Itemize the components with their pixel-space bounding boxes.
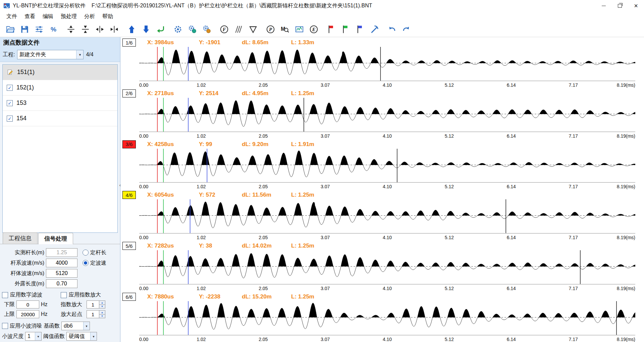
chart-index-label[interactable]: 3/6 xyxy=(122,140,136,148)
exp-factor-input[interactable] xyxy=(87,300,99,309)
search-m-button[interactable]: M xyxy=(279,23,291,35)
spin-down-icon[interactable]: ▼ xyxy=(99,315,105,318)
file-checkbox[interactable] xyxy=(7,100,13,106)
axis-tick: 6.14 xyxy=(507,184,516,189)
hatch-filter-button[interactable] xyxy=(232,23,245,35)
chart-index-label[interactable]: 5/6 xyxy=(122,242,136,250)
body-speed-input[interactable] xyxy=(46,269,77,278)
preview-chart-button[interactable] xyxy=(293,23,305,35)
gain-start-spinner[interactable]: ▲▼ xyxy=(87,310,105,318)
restore-button[interactable] xyxy=(612,0,628,11)
tab-project-info[interactable]: 工程信息 xyxy=(3,232,38,244)
process-batch-button[interactable] xyxy=(186,23,198,35)
dropdown-arrow-icon[interactable]: ▾ xyxy=(76,50,83,59)
open-file-button[interactable] xyxy=(4,23,16,35)
project-select[interactable]: 新建文件夹 ▾ xyxy=(17,50,84,59)
file-row-153[interactable]: 153 xyxy=(3,95,117,111)
exposed-length-input[interactable] xyxy=(46,279,77,288)
chart-block-1: 1/6X: 3984usY: -1901dL: 8.65mL: 1.33m 0.… xyxy=(120,38,644,89)
file-row-152[interactable]: 152(1) xyxy=(3,80,117,95)
depth-tool-button[interactable] xyxy=(368,23,380,35)
lower-limit-input[interactable] xyxy=(16,300,39,309)
waveform-plot[interactable] xyxy=(139,199,635,233)
dropdown-arrow-icon[interactable]: ▾ xyxy=(35,332,41,340)
cursor-green-button[interactable] xyxy=(339,23,352,35)
digital-filter-checkbox[interactable] xyxy=(2,292,8,298)
nabla-button[interactable] xyxy=(247,23,259,35)
lower-limit-label: 下限 xyxy=(2,301,15,308)
menu-analyze[interactable]: 分析 xyxy=(80,12,99,21)
file-checkbox[interactable] xyxy=(7,116,13,122)
cursor-red-button[interactable] xyxy=(325,23,337,35)
axis-tick: 1.02 xyxy=(197,286,206,291)
process-all-button[interactable] xyxy=(201,23,213,35)
time-axis: 0.001.022.053.074.105.126.147.178.19(ms) xyxy=(139,132,635,140)
waveform-plot[interactable] xyxy=(139,250,635,284)
system-speed-input[interactable] xyxy=(46,259,77,267)
revert-button[interactable] xyxy=(154,23,166,35)
wavelet-scale-select[interactable]: 1 ▾ xyxy=(25,332,42,341)
spin-up-icon[interactable]: ▲ xyxy=(99,301,105,305)
menu-file[interactable]: 文件 xyxy=(3,12,21,21)
axis-tick: 6.14 xyxy=(507,337,516,342)
menu-view[interactable]: 查看 xyxy=(21,12,39,21)
shift-down-button[interactable] xyxy=(140,23,152,35)
cursor-blue-button[interactable] xyxy=(354,23,366,35)
menu-help[interactable]: 帮助 xyxy=(99,12,117,21)
menu-edit[interactable]: 编辑 xyxy=(39,12,57,21)
chart-index-label[interactable]: 4/6 xyxy=(122,191,136,199)
upper-limit-input[interactable] xyxy=(16,310,39,318)
chart-header: 2/6X: 2718usY: 2514dL: 4.95mL: 1.25m xyxy=(139,89,635,98)
minimize-button[interactable] xyxy=(596,0,612,11)
chart-index-label[interactable]: 1/6 xyxy=(122,39,136,47)
dropdown-arrow-icon[interactable]: ▾ xyxy=(90,332,97,340)
redo-button[interactable] xyxy=(400,23,412,35)
axis-tick: 6.14 xyxy=(507,235,516,240)
mark-e-button[interactable]: E xyxy=(308,23,320,35)
sidebar: 测点数据文件 工程: 新建文件夹 ▾ 4/4 151(1) 152(1) 153 xyxy=(0,37,120,342)
file-row-154[interactable]: 154 xyxy=(3,111,117,126)
waveform-plot[interactable] xyxy=(139,149,635,183)
chart-field-dl: dL: 8.65m xyxy=(242,39,268,46)
rod-length-input[interactable] xyxy=(46,248,77,257)
basis-select[interactable]: db6 ▾ xyxy=(61,322,90,330)
fixed-length-radio[interactable] xyxy=(83,250,89,256)
waveform-plot[interactable] xyxy=(139,47,635,81)
process-gear-button[interactable] xyxy=(172,23,184,35)
close-button[interactable]: × xyxy=(628,0,644,11)
spin-up-icon[interactable]: ▲ xyxy=(99,311,105,315)
exp-gain-checkbox[interactable] xyxy=(61,292,67,298)
save-button[interactable] xyxy=(18,23,31,35)
gain-expand-button[interactable] xyxy=(65,23,77,35)
sidebar-collapse-arrow[interactable]: ‹ xyxy=(118,181,122,189)
spin-down-icon[interactable]: ▼ xyxy=(99,305,105,309)
time-compress-button[interactable] xyxy=(108,23,120,35)
chart-field-l: L: 1.25m xyxy=(291,192,314,198)
undo-button[interactable] xyxy=(386,23,398,35)
gain-compress-button[interactable] xyxy=(79,23,91,35)
waveform-plot[interactable] xyxy=(139,301,635,335)
chart-field-dl: dL: 14.02m xyxy=(242,243,272,249)
tab-signal-processing[interactable]: 信号处理 xyxy=(38,233,73,244)
file-checkbox[interactable] xyxy=(7,85,13,91)
shift-up-button[interactable] xyxy=(125,23,138,35)
threshold-select[interactable]: 硬阈值 ▾ xyxy=(66,332,97,341)
axis-tick: 5.12 xyxy=(445,82,454,88)
wavelet-scale-label: 小波尺度 xyxy=(2,333,23,340)
time-expand-button[interactable] xyxy=(94,23,106,35)
fixed-speed-radio[interactable] xyxy=(83,260,89,266)
menu-preprocess[interactable]: 预处理 xyxy=(57,12,80,21)
sample-settings-button[interactable] xyxy=(33,23,45,35)
axis-tick: 0.00 xyxy=(139,235,148,240)
file-row-151[interactable]: 151(1) xyxy=(3,65,117,80)
chart-index-label[interactable]: 6/6 xyxy=(122,293,136,301)
waveform-plot[interactable] xyxy=(139,98,635,132)
dropdown-arrow-icon[interactable]: ▾ xyxy=(83,322,90,330)
exp-factor-spinner[interactable]: ▲▼ xyxy=(87,300,105,309)
wavelet-checkbox[interactable] xyxy=(2,323,8,329)
mark-p-button[interactable]: P xyxy=(264,23,276,35)
gain-start-input[interactable] xyxy=(87,310,99,318)
chart-index-label[interactable]: 2/6 xyxy=(122,89,136,97)
mark-f-button[interactable]: F xyxy=(218,23,230,35)
scale-percent-button[interactable]: % xyxy=(47,23,59,35)
